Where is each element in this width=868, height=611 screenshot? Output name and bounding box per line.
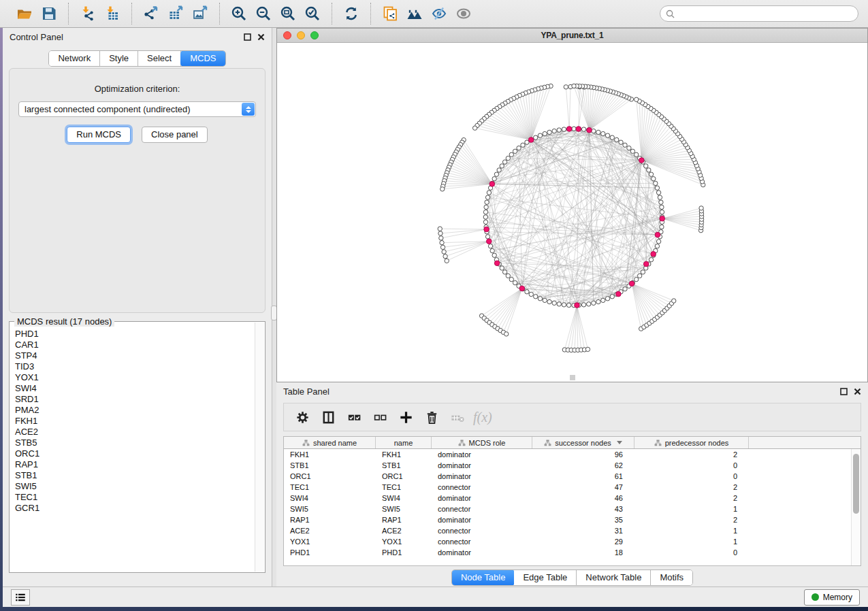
tab-network[interactable]: Network: [49, 51, 100, 66]
gear-icon: [295, 410, 310, 425]
mcds-node-item[interactable]: PHD1: [15, 329, 255, 340]
table-cell: SWI5: [376, 505, 432, 513]
open-folder-button[interactable]: [12, 3, 37, 24]
mcds-node-item[interactable]: SWI5: [15, 481, 255, 492]
columns-button[interactable]: [317, 406, 340, 429]
mcds-result-list[interactable]: PHD1CAR1STP4TID3YOX1SWI4SRD1PMA2FKH1ACE2…: [10, 323, 255, 572]
delete-table-disabled-icon: [450, 410, 466, 425]
deselect-all-button[interactable]: [368, 406, 391, 429]
table-cell: connector: [432, 505, 532, 513]
zoom-selected-button[interactable]: [300, 3, 325, 24]
node-table-scrollbar[interactable]: [851, 449, 861, 565]
import-table-button[interactable]: [100, 3, 125, 24]
node-table-body[interactable]: FKH1FKH1dominator962STB1STB1dominator620…: [284, 449, 851, 565]
network-graph[interactable]: [277, 43, 867, 382]
tab-network-table[interactable]: Network Table: [577, 570, 651, 585]
import-network-button[interactable]: [76, 3, 100, 24]
tab-edge-table[interactable]: Edge Table: [514, 570, 577, 585]
mcds-node-item[interactable]: STB5: [15, 437, 255, 448]
clone-network-button[interactable]: [378, 3, 402, 24]
close-panel-icon[interactable]: [257, 33, 265, 41]
mcds-node-item[interactable]: SWI4: [15, 383, 255, 394]
zoom-fit-button[interactable]: [276, 3, 300, 24]
select-all-icon: [347, 410, 362, 425]
tab-mcds[interactable]: MCDS: [180, 50, 225, 67]
tab-motifs[interactable]: Motifs: [651, 570, 692, 585]
table-cell: SWI4: [376, 494, 432, 502]
float-table-panel-icon[interactable]: [840, 388, 848, 395]
mcds-node-item[interactable]: TID3: [15, 361, 255, 372]
column-header-successor-nodes[interactable]: successor nodes: [532, 437, 634, 448]
save-session-button[interactable]: [37, 3, 61, 24]
mcds-node-item[interactable]: YOX1: [15, 372, 255, 383]
mcds-node-item[interactable]: CAR1: [15, 340, 255, 350]
table-row[interactable]: YOX1YOX1connector291: [284, 536, 851, 547]
tab-style[interactable]: Style: [100, 51, 138, 66]
select-all-button[interactable]: [342, 406, 366, 429]
hide-selected-button[interactable]: [427, 3, 451, 24]
column-header-shared-name[interactable]: shared name: [284, 437, 376, 448]
column-header-mcds-role[interactable]: MCDS role: [432, 437, 532, 448]
delete-row-button[interactable]: [420, 406, 443, 429]
mcds-node-item[interactable]: ORC1: [15, 448, 255, 459]
task-history-button[interactable]: [11, 589, 30, 606]
network-window-title: YPA_prune.txt_1: [277, 31, 867, 40]
export-table-button[interactable]: [163, 3, 188, 24]
table-row[interactable]: SWI4SWI4dominator462: [284, 493, 851, 503]
mcds-result-scrollbar[interactable]: [255, 323, 264, 572]
search-input[interactable]: [678, 7, 852, 20]
first-neighbors-button[interactable]: [402, 3, 427, 24]
tab-select[interactable]: Select: [138, 51, 181, 66]
mcds-node-item[interactable]: GCR1: [15, 503, 255, 514]
mcds-node-item[interactable]: STP4: [15, 350, 255, 361]
show-all-button[interactable]: [451, 3, 476, 24]
delete-table-disabled-button[interactable]: [446, 406, 469, 429]
scrollbar-thumb[interactable]: [853, 454, 859, 514]
table-cell: RAP1: [284, 516, 376, 524]
mcds-node-item[interactable]: TEC1: [15, 492, 255, 503]
zoom-out-button[interactable]: [251, 3, 276, 24]
zoom-in-button[interactable]: [227, 3, 251, 24]
table-row[interactable]: PHD1PHD1dominator180: [284, 547, 851, 558]
column-header-filler: [749, 437, 861, 448]
table-row[interactable]: ORC1ORC1dominator610: [284, 471, 851, 482]
table-cell: dominator: [432, 450, 532, 459]
table-cell: 2: [634, 450, 749, 459]
export-image-button[interactable]: [188, 3, 212, 24]
mcds-node-item[interactable]: RAP1: [15, 459, 255, 470]
table-row[interactable]: ACE2ACE2connector311: [284, 525, 851, 536]
table-row[interactable]: FKH1FKH1dominator962: [284, 449, 851, 460]
apply-layout-button[interactable]: [339, 3, 364, 24]
search-box[interactable]: [660, 5, 858, 22]
network-window-titlebar[interactable]: YPA_prune.txt_1: [277, 29, 867, 43]
mcds-node-item[interactable]: ACE2: [15, 427, 255, 437]
mcds-node-item[interactable]: FKH1: [15, 416, 255, 427]
mcds-node-item[interactable]: PMA2: [15, 405, 255, 416]
column-header-name[interactable]: name: [376, 437, 432, 448]
table-cell: 2: [634, 516, 749, 524]
column-header-predecessor-nodes[interactable]: predecessor nodes: [634, 437, 749, 448]
table-row[interactable]: STB1STB1dominator620: [284, 460, 851, 471]
network-scroll-handle[interactable]: [570, 375, 575, 380]
columns-icon: [321, 410, 336, 425]
gear-button[interactable]: [291, 406, 314, 429]
export-network-button[interactable]: [139, 3, 163, 24]
table-row[interactable]: SWI5SWI5connector431: [284, 503, 851, 514]
add-row-button[interactable]: [394, 406, 417, 429]
table-row[interactable]: RAP1RAP1dominator352: [284, 514, 851, 525]
network-canvas[interactable]: [277, 43, 867, 382]
float-panel-icon[interactable]: [244, 33, 251, 41]
main-toolbar: [0, 0, 868, 28]
close-table-panel-icon[interactable]: [854, 388, 861, 395]
optimization-criterion-select[interactable]: largest connected component (undirected): [18, 101, 256, 117]
run-mcds-button[interactable]: Run MCDS: [67, 127, 131, 143]
table-cell: connector: [432, 483, 532, 491]
table-row[interactable]: TEC1TEC1connector472: [284, 482, 851, 493]
save-session-icon: [41, 5, 57, 22]
table-cell: 35: [532, 516, 634, 524]
mcds-node-item[interactable]: SRD1: [15, 394, 255, 405]
memory-button[interactable]: Memory: [804, 589, 860, 606]
mcds-node-item[interactable]: STB1: [15, 470, 255, 481]
tab-node-table[interactable]: Node Table: [451, 569, 515, 586]
close-panel-button[interactable]: Close panel: [142, 127, 208, 143]
